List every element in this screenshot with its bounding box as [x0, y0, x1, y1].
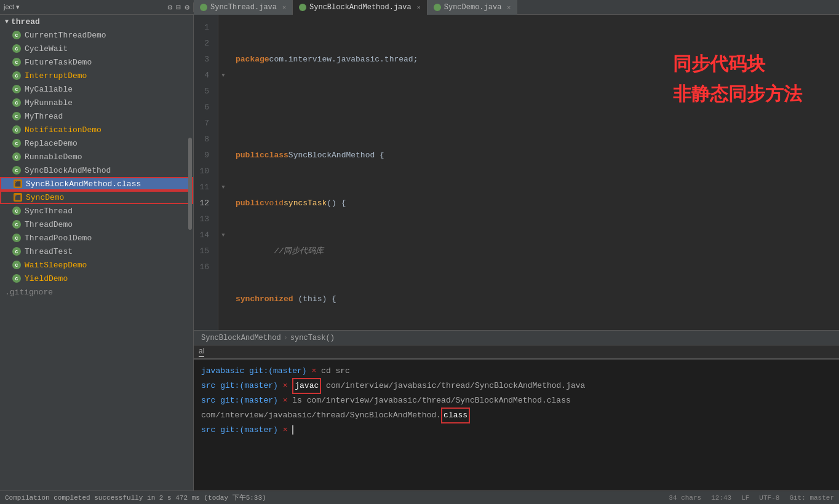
terminal-line-1: javabasic git:(master) × cd src [201, 364, 832, 378]
class-icon: C [12, 261, 21, 269]
class-icon: C [12, 152, 21, 161]
class-icon: C [12, 125, 21, 134]
tab-close-syncdemo[interactable]: ✕ [507, 4, 511, 11]
breadcrumb: SyncBlockAndMethod › syncTask() [194, 330, 839, 345]
tab-icon-syncblockandmethod [299, 4, 306, 11]
sidebar-item-myrunnable[interactable]: C MyRunnable [0, 96, 193, 109]
tab-label-syncdemo: SyncDemo.java [444, 3, 502, 12]
sidebar-item-syncdemo[interactable]: ⬛ SyncDemo [0, 191, 193, 204]
code-line-3: public class SyncBlockAndMethod { [236, 148, 832, 163]
line-numbers: 1 2 3 4 5 6 7 8 9 10 11 12 13 14 15 16 [194, 15, 218, 330]
annotation-line2: 非静态同步方法 [673, 82, 802, 107]
status-position: 12:43 [711, 494, 731, 502]
class-icon: C [12, 220, 21, 229]
class-icon: C [12, 234, 21, 242]
status-lf: LF [741, 494, 749, 502]
sidebar-item-futuretaskdemo[interactable]: C FutureTaskDemo [0, 55, 193, 69]
class-icon: C [12, 139, 21, 148]
tab-label-syncthread: SyncThread.java [210, 3, 277, 12]
class-icon: C [12, 207, 21, 215]
class-icon: C [12, 98, 21, 107]
folder-arrow-icon: ▼ [5, 18, 9, 25]
tab-close-syncblockandmethod[interactable]: ✕ [417, 4, 421, 11]
sidebar-item-interruptdemo[interactable]: C InterruptDemo [0, 69, 193, 82]
status-chars: 34 chars [669, 494, 701, 502]
class-icon: C [12, 44, 21, 53]
sidebar-item-yielddemo[interactable]: C YieldDemo [0, 272, 193, 285]
tab-syncthread[interactable]: SyncThread.java ✕ [194, 0, 293, 15]
breadcrumb-method: syncTask() [290, 334, 335, 342]
code-line-6: synchronized (this) { [236, 291, 832, 307]
terminal-line-4: com/interview/javabasic/thread/SyncBlock… [201, 408, 832, 423]
terminal-tab[interactable]: al [199, 347, 204, 357]
sidebar-item-mycallable[interactable]: C MyCallable [0, 82, 193, 96]
sidebar-item-threaddemo[interactable]: C ThreadDemo [0, 218, 193, 231]
status-encoding: UTF-8 [759, 494, 779, 502]
sidebar-item-syncblockandmethod[interactable]: C SyncBlockAndMethod [0, 163, 193, 177]
classfile-icon2: ⬛ [14, 193, 22, 202]
sidebar-item-syncthread[interactable]: C SyncThread [0, 204, 193, 218]
class-icon: C [12, 58, 21, 66]
sidebar-item-threadtest[interactable]: C ThreadTest [0, 245, 193, 258]
tab-syncblockandmethod[interactable]: SyncBlockAndMethod.java ✕ [293, 0, 427, 15]
folder-label: thread [11, 17, 40, 26]
status-vcs: Git: master [789, 494, 834, 502]
class-icon: C [12, 31, 21, 39]
tab-close-syncthread[interactable]: ✕ [282, 4, 286, 11]
class-icon: C [12, 71, 21, 80]
collapse-arrow-14[interactable]: ▼ [221, 232, 225, 238]
sidebar-item-syncblockandmethod-class[interactable]: ⬛ SyncBlockAndMethod.class [0, 177, 193, 191]
sidebar-folder-thread[interactable]: ▼ thread [0, 15, 193, 28]
sidebar-item-replacedemo[interactable]: C ReplaceDemo [0, 136, 193, 150]
sidebar-item-runnabledemo[interactable]: C RunnableDemo [0, 150, 193, 163]
sidebar-item-cyclewait[interactable]: C CycleWait [0, 42, 193, 55]
status-bar: Compilation completed successfully in 2 … [0, 490, 839, 504]
code-line-4: public void syncsTask() { [236, 195, 832, 211]
class-icon: C [12, 274, 21, 283]
class-icon: C [12, 247, 21, 256]
sidebar-item-gitignore[interactable]: .gitignore [0, 285, 193, 299]
terminal-line-5: src git:(master) × [201, 423, 832, 437]
sidebar-item-notificationdemo[interactable]: C NotificationDemo [0, 123, 193, 136]
terminal[interactable]: javabasic git:(master) × cd src src git:… [194, 358, 839, 490]
breadcrumb-class: SyncBlockAndMethod [201, 334, 281, 342]
tab-label-syncblockandmethod: SyncBlockAndMethod.java [309, 3, 412, 12]
gear-icon[interactable]: ⚙ [185, 2, 189, 12]
code-line-5: //同步代码库 [236, 243, 832, 259]
terminal-line-3: src git:(master) × ls com/interview/java… [201, 394, 832, 408]
project-label: ject ▾ [4, 3, 20, 11]
terminal-line-2: src git:(master) × javac com/interview/j… [201, 378, 832, 394]
layout-icon[interactable]: ⊟ [176, 2, 181, 12]
status-compilation: Compilation completed successfully in 2 … [5, 493, 266, 502]
sidebar-item-waitsleepdemo[interactable]: C WaitSleepDemo [0, 258, 193, 272]
class-icon: C [12, 166, 21, 175]
sidebar-item-threadpooldemo[interactable]: C ThreadPoolDemo [0, 231, 193, 245]
collapse-arrow-4[interactable]: ▼ [221, 73, 225, 79]
annotation-box: 同步代码块 非静态同步方法 [673, 52, 802, 107]
settings-icon[interactable]: ⚙ [168, 2, 173, 12]
sidebar-item-currentthreaddemo[interactable]: C CurrentThreadDemo [0, 28, 193, 42]
class-icon: C [12, 85, 21, 93]
annotation-line1: 同步代码块 [673, 52, 802, 77]
classfile-icon: ⬛ [14, 179, 22, 188]
tab-icon-syncthread [200, 4, 207, 11]
class-icon: C [12, 112, 21, 120]
sidebar-item-mythread[interactable]: C MyThread [0, 109, 193, 123]
tab-syncdemo[interactable]: SyncDemo.java ✕ [427, 0, 518, 15]
tab-icon-syncdemo [434, 4, 441, 11]
collapse-arrow-11[interactable]: ▼ [221, 184, 225, 191]
